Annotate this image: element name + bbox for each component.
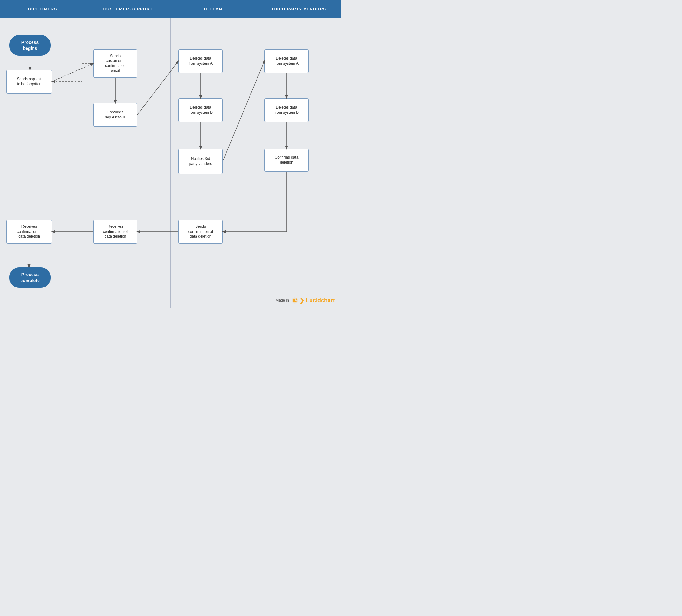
confirms-deletion-node: Confirms data deletion [265,149,309,172]
header-it: IT TEAM [171,0,256,18]
deletes-b-it-node: Deletes data from system B [179,98,223,122]
process-complete-node: Process complete [9,267,50,288]
made-in-label: Made in [275,298,289,303]
process-begins-node: Process begins [9,35,50,55]
deletes-a-vendor-node: Deletes data from system A [265,49,309,73]
lucidchart-branding: Made in ❯ Lucidchart [275,297,335,304]
sends-request-node: Sends request to be forgotten [6,70,52,93]
diagram-wrapper: CUSTOMERS CUSTOMER SUPPORT IT TEAM THIRD… [0,0,341,308]
swimlanes: Process begins Sends request to be forgo… [0,18,341,308]
header-vendors: THIRD-PARTY VENDORS [256,0,341,18]
receives-customer-node: Receives confirmation of data deletion [6,220,52,244]
receives-cs-node: Receives confirmation of data deletion [93,220,137,244]
notifies-vendors-node: Notifies 3rd party vendors [179,149,223,174]
deletes-b-vendor-node: Deletes data from system B [265,98,309,122]
lane-customers [0,18,85,308]
lucidchart-name: ❯ Lucidchart [299,297,335,304]
forwards-request-node: Forwards request to IT [93,103,137,127]
lucidchart-logo: ❯ Lucidchart [291,297,335,304]
header-row: CUSTOMERS CUSTOMER SUPPORT IT TEAM THIRD… [0,0,341,18]
deletes-a-it-node: Deletes data from system A [179,49,223,73]
svg-point-13 [296,298,297,300]
header-support: CUSTOMER SUPPORT [85,0,170,18]
sends-confirmation-node: Sends confirmation of data deletion [179,220,223,244]
sends-email-node: Sends customer a confirmation email [93,49,137,78]
lucid-logo-icon [291,297,298,304]
header-customers: CUSTOMERS [0,0,85,18]
